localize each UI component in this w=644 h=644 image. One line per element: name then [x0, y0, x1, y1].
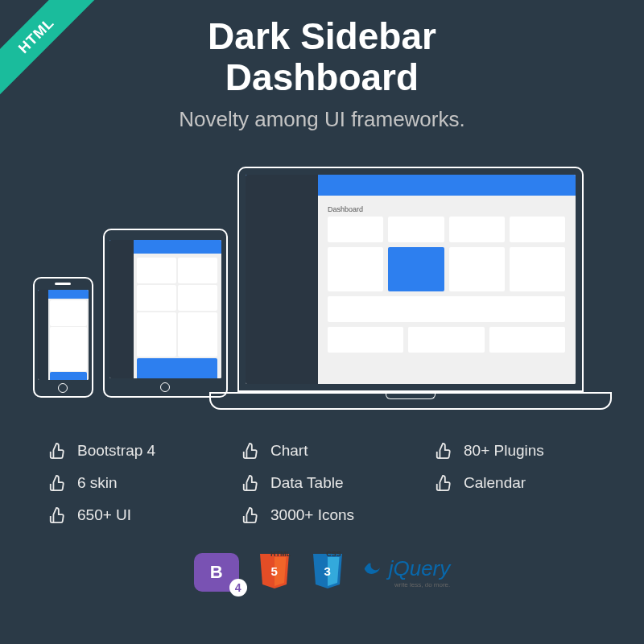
thumbs-up-icon	[435, 442, 452, 460]
html5-logo: HTML 5	[257, 552, 292, 592]
css3-logo: CSS 3	[310, 552, 345, 592]
impressions-card	[489, 327, 565, 353]
feature-icons: 3000+ Icons	[242, 506, 402, 524]
monthly-sale-card	[408, 327, 484, 353]
dashboard-title: Dashboard	[328, 205, 565, 213]
laptop-screen: Dashboard	[246, 175, 576, 384]
thumbs-up-icon	[48, 442, 66, 460]
feature-bootstrap: Bootstrap 4	[48, 442, 209, 460]
stat-orders	[449, 217, 505, 242]
tablet-mockup	[103, 229, 228, 398]
feature-chart: Chart	[242, 442, 402, 460]
feature-calendar: Calendar	[435, 474, 596, 492]
thumbs-up-icon	[435, 474, 452, 492]
new-users-card	[328, 327, 403, 353]
phone-screen	[38, 290, 89, 380]
feature-col-1: Bootstrap 4 6 skin 650+ UI	[48, 442, 209, 524]
html-ribbon: HTML	[0, 0, 97, 97]
feature-ui: 650+ UI	[48, 506, 209, 524]
analysis-card	[328, 247, 383, 291]
thumbs-up-icon	[242, 506, 259, 524]
feature-plugins: 80+ Plugins	[435, 442, 596, 460]
bootstrap-logo: B 4	[194, 553, 239, 592]
device-mockups: Dashboard	[0, 140, 644, 422]
feature-skin: 6 skin	[48, 474, 209, 492]
tablet-screen	[109, 240, 221, 378]
mini-sidebar	[246, 175, 318, 384]
hero-section: Dark Sidebar Dashboard Novelty among UI …	[0, 0, 644, 140]
thumbs-up-icon	[48, 506, 66, 524]
feature-col-3: 80+ Plugins Calendar	[435, 442, 596, 524]
thumbs-up-icon	[242, 474, 259, 492]
stat-sells	[388, 217, 444, 242]
mini-content	[48, 299, 88, 380]
jquery-logo: jQuery write less, do more.	[363, 556, 451, 588]
mini-content: Dashboard	[318, 196, 576, 384]
city-stats-card	[328, 296, 565, 322]
laptop-base	[209, 392, 612, 410]
tech-logos: B 4 HTML 5 CSS 3 jQuery write less,	[0, 540, 644, 605]
hero-subtitle: Novelty among UI frameworks.	[0, 107, 644, 132]
thumbs-up-icon	[242, 442, 259, 460]
laptop-mockup: Dashboard	[237, 167, 612, 410]
mini-content	[134, 254, 221, 378]
mini-sidebar	[109, 240, 134, 378]
top-locations-card	[449, 247, 505, 291]
stat-revenue	[328, 217, 383, 242]
ribbon-label: HTML	[0, 0, 96, 95]
thumbs-up-icon	[48, 474, 66, 492]
mini-sidebar	[38, 290, 49, 380]
feature-col-2: Chart Data Table 3000+ Icons	[242, 442, 402, 524]
phone-mockup	[33, 277, 93, 398]
features-section: Bootstrap 4 6 skin 650+ UI Chart Data Ta…	[0, 422, 644, 540]
page-views-card	[388, 247, 444, 291]
current-visitors-card	[510, 247, 565, 291]
hero-title: Dark Sidebar Dashboard	[0, 16, 644, 97]
jquery-wave-icon	[363, 558, 386, 580]
stat-visitors	[510, 217, 565, 242]
feature-datatable: Data Table	[242, 474, 402, 492]
